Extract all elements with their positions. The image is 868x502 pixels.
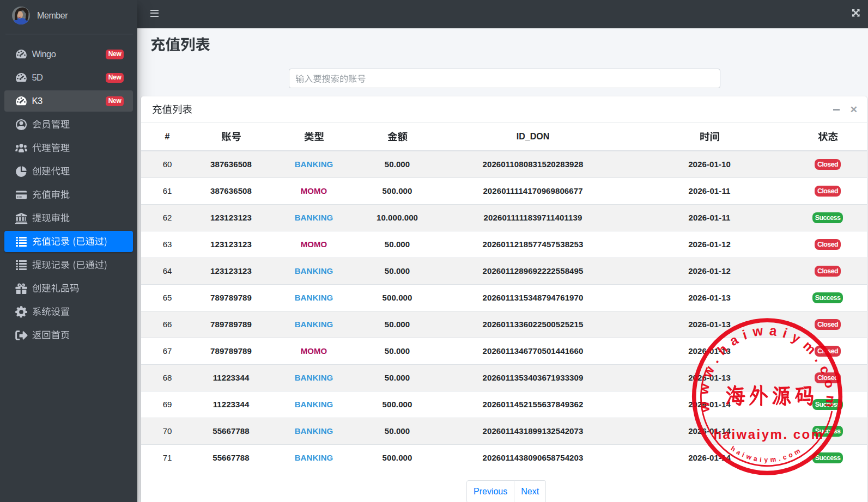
svg-text:www.haiwaiym.com: www.haiwaiym.com — [696, 322, 839, 414]
svg-text:haiwaiym. com: haiwaiym. com — [713, 427, 824, 442]
